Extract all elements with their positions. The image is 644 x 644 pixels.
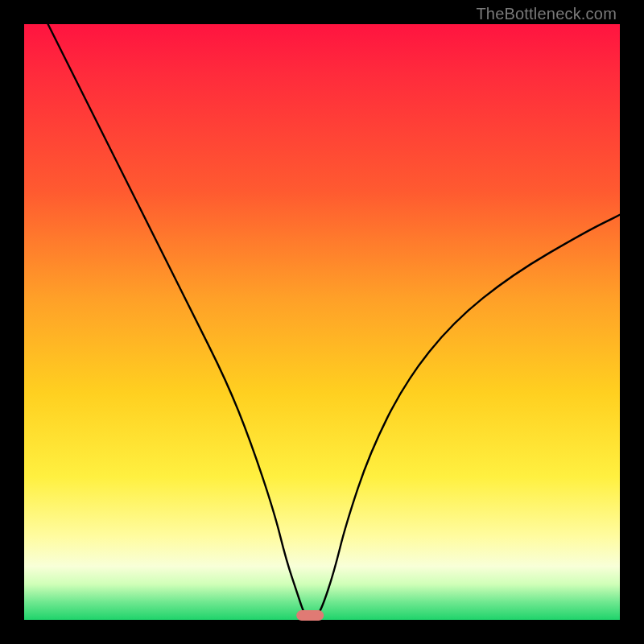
plot-area <box>24 24 620 620</box>
optimum-marker <box>296 610 324 621</box>
bottleneck-chart: TheBottleneck.com <box>0 0 644 644</box>
curve-svg <box>24 24 620 620</box>
attribution-text: TheBottleneck.com <box>476 5 617 23</box>
bottleneck-curve-path <box>48 24 620 619</box>
